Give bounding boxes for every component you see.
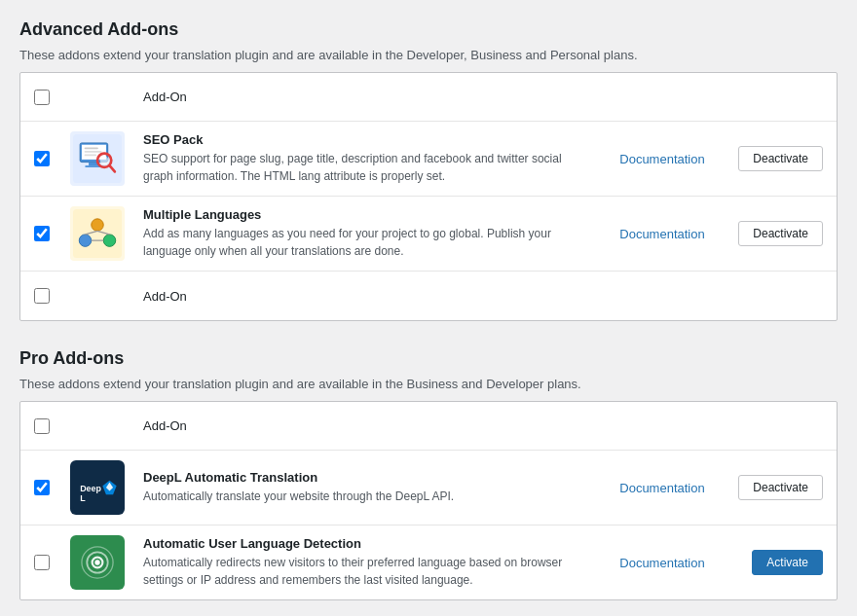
pro-title: Pro Add-ons <box>19 348 838 369</box>
addon-empty-label-2: Add-On <box>143 289 187 304</box>
svg-point-13 <box>79 235 92 247</box>
action-cell-seo[interactable]: Deactivate <box>716 146 823 171</box>
pro-addon-empty-label: Add-On <box>143 418 187 433</box>
autolang-icon <box>70 535 125 590</box>
seo-addon-name: SEO Pack <box>143 132 597 147</box>
multilang-addon-name: Multiple Languages <box>143 207 597 222</box>
autolang-activate-button[interactable]: Activate <box>752 550 823 575</box>
svg-point-14 <box>103 235 116 247</box>
icon-cell-autolang <box>63 535 131 590</box>
multilang-deactivate-button[interactable]: Deactivate <box>738 221 823 246</box>
autolang-doc-link[interactable]: Documentation <box>619 556 704 570</box>
table-row: Add-On <box>20 73 837 122</box>
info-cell-seo: SEO Pack SEO support for page slug, page… <box>131 132 609 185</box>
pro-desc: These addons extend your translation plu… <box>19 377 838 391</box>
seo-icon <box>70 131 125 186</box>
checkbox-cell[interactable] <box>34 480 63 495</box>
checkbox-cell[interactable] <box>34 418 63 434</box>
pro-addon-checkbox-1[interactable] <box>34 418 50 434</box>
svg-rect-10 <box>85 155 97 157</box>
autolang-addon-name: Automatic User Language Detection <box>143 536 597 551</box>
deepl-icon-svg: Deep L <box>73 463 122 512</box>
table-row: Add-On <box>20 272 837 320</box>
deepl-icon: Deep L <box>70 460 125 515</box>
action-cell-autolang[interactable]: Activate <box>716 550 823 575</box>
svg-rect-9 <box>85 151 102 153</box>
icon-cell-seo <box>63 131 131 186</box>
action-cell-deepl[interactable]: Deactivate <box>716 475 823 500</box>
info-cell-multilang: Multiple Languages Add as many languages… <box>131 207 609 260</box>
table-row: SEO Pack SEO support for page slug, page… <box>20 122 837 197</box>
svg-rect-8 <box>85 147 98 149</box>
seo-icon-svg <box>73 134 122 183</box>
deepl-checkbox[interactable] <box>34 480 50 495</box>
addon-checkbox-seo[interactable] <box>34 151 50 166</box>
doc-cell-seo[interactable]: Documentation <box>609 152 716 166</box>
checkbox-cell[interactable] <box>34 555 63 570</box>
deepl-deactivate-button[interactable]: Deactivate <box>738 475 823 500</box>
doc-cell-autolang[interactable]: Documentation <box>609 556 716 570</box>
table-row: Add-On <box>20 402 837 451</box>
autolang-addon-desc: Automatically redirects new visitors to … <box>143 554 572 589</box>
seo-doc-link[interactable]: Documentation <box>619 152 704 166</box>
autolang-checkbox[interactable] <box>34 555 50 570</box>
advanced-addons-section: Advanced Add-ons These addons extend you… <box>19 19 838 321</box>
checkbox-cell[interactable] <box>34 90 63 105</box>
pro-addons-section: Pro Add-ons These addons extend your tra… <box>19 348 838 600</box>
multilang-doc-link[interactable]: Documentation <box>619 227 704 241</box>
icon-cell-multilang <box>63 206 131 261</box>
deepl-doc-link[interactable]: Documentation <box>619 481 704 495</box>
deepl-addon-name: DeepL Automatic Translation <box>143 470 597 485</box>
advanced-desc: These addons extend your translation plu… <box>19 48 838 62</box>
multilang-icon-svg <box>73 209 122 258</box>
addon-checkbox-4[interactable] <box>34 288 50 304</box>
multilang-icon <box>70 206 125 261</box>
advanced-title: Advanced Add-ons <box>19 19 838 40</box>
page-wrap: Advanced Add-ons These addons extend you… <box>19 19 838 600</box>
table-row: Deep L DeepL Automatic Translation Autom… <box>20 451 837 525</box>
doc-cell-deepl[interactable]: Documentation <box>609 481 716 495</box>
action-cell-multilang[interactable]: Deactivate <box>716 221 823 246</box>
multilang-addon-desc: Add as many languages as you need for yo… <box>143 225 572 260</box>
checkbox-cell[interactable] <box>34 151 63 166</box>
svg-point-27 <box>94 560 99 564</box>
doc-cell-multilang[interactable]: Documentation <box>609 227 716 241</box>
svg-point-6 <box>100 156 109 164</box>
deepl-addon-desc: Automatically translate your website thr… <box>143 488 572 505</box>
info-cell-autolang: Automatic User Language Detection Automa… <box>131 536 609 589</box>
svg-rect-11 <box>73 209 122 258</box>
seo-addon-desc: SEO support for page slug, page title, d… <box>143 150 572 185</box>
pro-addon-table: Add-On Deep L <box>19 401 838 600</box>
svg-text:Deep: Deep <box>80 484 101 493</box>
autolang-icon-svg <box>73 538 122 587</box>
checkbox-cell[interactable] <box>34 226 63 241</box>
info-cell-deepl: DeepL Automatic Translation Automaticall… <box>131 470 609 505</box>
table-row: Multiple Languages Add as many languages… <box>20 197 837 272</box>
addon-checkbox-multilang[interactable] <box>34 226 50 241</box>
advanced-addon-table: Add-On <box>19 72 838 321</box>
icon-cell-deepl: Deep L <box>63 460 131 515</box>
addon-empty-label-1: Add-On <box>143 90 187 104</box>
info-cell-empty: Add-On <box>131 90 609 104</box>
svg-point-12 <box>92 219 104 232</box>
info-cell-empty2: Add-On <box>131 289 609 304</box>
addon-checkbox-1[interactable] <box>34 90 50 105</box>
seo-deactivate-button[interactable]: Deactivate <box>738 146 823 171</box>
svg-text:L: L <box>80 493 86 503</box>
table-row: Automatic User Language Detection Automa… <box>20 525 837 599</box>
checkbox-cell[interactable] <box>34 288 63 304</box>
info-cell-pro-empty: Add-On <box>131 418 609 433</box>
